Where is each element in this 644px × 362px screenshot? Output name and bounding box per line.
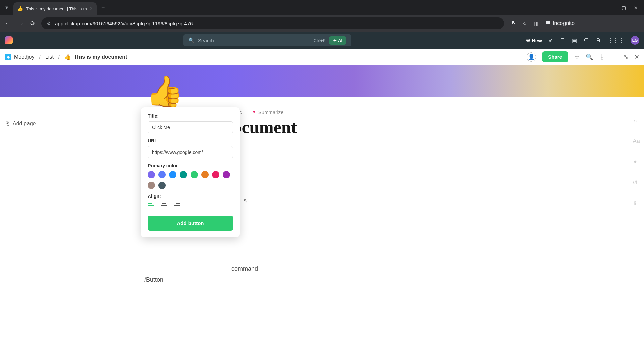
button-config-popup: Title: URL: Primary color: Align: (141, 107, 240, 237)
title-label: Title: (148, 113, 233, 119)
download-icon[interactable]: ⭳ (599, 53, 605, 60)
toolbar-right: 👁 ☆ ▥ 🕶 Incognito ⋮ (510, 20, 587, 27)
close-window-icon[interactable]: ✕ (634, 5, 638, 10)
notepad-icon[interactable]: 🗒 (560, 37, 565, 43)
back-icon[interactable]: ← (5, 20, 11, 27)
add-page-button[interactable]: ⎘ Add page (6, 121, 88, 127)
close-doc-icon[interactable]: ✕ (634, 53, 639, 61)
doc-body[interactable]: command /Button (144, 263, 644, 285)
avatar[interactable]: LG (631, 36, 639, 45)
share-button[interactable]: Share (542, 51, 568, 62)
browser-tab[interactable]: 👍 This is my document | This is m × (13, 2, 97, 15)
eye-off-icon[interactable]: 👁 (510, 20, 516, 26)
favorite-star-icon[interactable]: ☆ (574, 53, 580, 61)
video-icon[interactable]: ▣ (572, 37, 577, 44)
add-button-submit[interactable]: Add button (148, 216, 233, 231)
color-swatch[interactable] (148, 171, 155, 178)
app-header: 🔍 Search... Ctrl+K ✦ AI ⊕ New ✔ 🗒 ▣ ⏱ 🗎 … (0, 32, 644, 49)
color-swatch[interactable] (223, 171, 230, 178)
address-bar[interactable]: ⚙ app.clickup.com/9016164592/v/dc/8cpfg7… (41, 17, 504, 29)
grid-icon[interactable]: ⋮⋮⋮ (608, 37, 624, 44)
breadcrumb-bar: ◆ Moodjoy / List / 👍 This is my document… (0, 49, 644, 65)
color-swatch[interactable] (212, 171, 219, 178)
reload-icon[interactable]: ⟳ (30, 20, 35, 27)
app-actions: ⊕ New ✔ 🗒 ▣ ⏱ 🗎 ⋮⋮⋮ LG (526, 36, 639, 45)
doc-emoji-icon[interactable]: 👍 (146, 74, 183, 109)
color-swatch[interactable] (201, 171, 209, 178)
global-search[interactable]: 🔍 Search... Ctrl+K ✦ AI (183, 34, 351, 46)
new-button[interactable]: ⊕ New (526, 37, 542, 43)
breadcrumb-doc-name[interactable]: This is my document (74, 54, 127, 60)
collapse-icon[interactable]: ⤡ (623, 53, 628, 61)
tab-list-dropdown[interactable]: ▾ (0, 0, 13, 15)
main-area: ⎘ Add page 👍 💬 Add comment ✦ Link to tas… (0, 97, 644, 362)
color-swatch[interactable] (158, 182, 166, 189)
incognito-indicator[interactable]: 🕶 Incognito (545, 20, 575, 26)
forward-icon[interactable]: → (17, 20, 24, 27)
font-style-icon[interactable]: Aa (633, 138, 640, 145)
ai-button[interactable]: ✦ AI (329, 36, 346, 45)
slash-button-line: /Button (144, 274, 644, 285)
breadcrumb-list[interactable]: List (45, 54, 54, 60)
align-center-button[interactable] (161, 202, 167, 207)
color-swatch[interactable] (180, 171, 187, 178)
add-page-label: Add page (13, 121, 36, 127)
site-settings-icon[interactable]: ⚙ (47, 21, 51, 26)
align-right-button[interactable] (174, 202, 180, 207)
maximize-icon[interactable]: ▢ (622, 5, 626, 10)
breadcrumb-doc-emoji-icon: 👍 (64, 54, 71, 60)
title-input[interactable] (148, 121, 233, 133)
clock-icon[interactable]: ⏱ (584, 37, 589, 43)
command-line: command (231, 263, 644, 274)
tab-favicon-icon: 👍 (17, 6, 23, 11)
ai-wand-icon[interactable]: ✦ (633, 158, 640, 166)
panel-icon[interactable]: ▥ (534, 20, 539, 27)
cover-banner[interactable] (0, 65, 644, 97)
doc-icon[interactable]: 🗎 (596, 37, 601, 43)
minimize-icon[interactable]: — (609, 5, 613, 10)
color-swatches (148, 171, 233, 189)
check-circle-icon[interactable]: ✔ (549, 37, 553, 44)
align-label: Align: (148, 194, 233, 199)
button-word: Button (146, 276, 163, 283)
tab-area: ▾ 👍 This is my document | This is m × + (0, 0, 109, 15)
more-icon[interactable]: ⋯ (611, 53, 617, 61)
workspace-icon[interactable]: ◆ (5, 54, 11, 60)
color-swatch[interactable] (169, 171, 176, 178)
browser-menu-icon[interactable]: ⋮ (581, 20, 587, 27)
new-tab-button[interactable]: + (97, 4, 110, 11)
bookmark-star-icon[interactable]: ☆ (522, 20, 527, 27)
color-swatch[interactable] (158, 171, 166, 178)
close-tab-icon[interactable]: × (90, 6, 93, 12)
add-page-icon: ⎘ (6, 121, 9, 127)
incognito-icon: 🕶 (545, 20, 551, 26)
url-input[interactable] (148, 146, 233, 158)
align-options (148, 202, 233, 207)
window-controls: — ▢ ✕ (609, 5, 644, 10)
color-swatch[interactable] (191, 171, 198, 178)
url-text: app.clickup.com/9016164592/v/dc/8cpfg7g-… (55, 21, 499, 26)
doc-title[interactable]: locument (228, 117, 644, 137)
search-icon: 🔍 (188, 37, 195, 43)
app-logo-icon[interactable] (5, 36, 13, 44)
search-placeholder: Search... (198, 38, 310, 43)
summarize-action[interactable]: ✦ Summarize (252, 109, 284, 115)
summarize-label: Summarize (258, 109, 284, 115)
incognito-label: Incognito (553, 20, 575, 26)
right-rail: ↔ Aa ✦ ↺ ⇪ (633, 117, 640, 207)
url-label: URL: (148, 138, 233, 143)
search-doc-icon[interactable]: 🔍 (586, 53, 593, 61)
doc-sidebar: ⎘ Add page (0, 97, 94, 362)
breadcrumb-workspace[interactable]: Moodjoy (14, 54, 34, 60)
search-shortcut: Ctrl+K (314, 38, 326, 43)
browser-tab-strip: ▾ 👍 This is my document | This is m × + … (0, 0, 644, 15)
color-swatch[interactable] (148, 182, 155, 189)
align-left-button[interactable] (148, 202, 154, 207)
doc-owner-icon[interactable]: 👤 (527, 52, 536, 62)
doc-content: 👍 💬 Add comment ✦ Link to task or Doc ✦ … (94, 97, 644, 362)
breadcrumb-sep: / (58, 54, 60, 60)
export-icon[interactable]: ⇪ (633, 200, 640, 207)
width-toggle-icon[interactable]: ↔ (633, 117, 640, 124)
tab-title: This is my document | This is m (26, 6, 87, 11)
history-icon[interactable]: ↺ (633, 179, 640, 186)
